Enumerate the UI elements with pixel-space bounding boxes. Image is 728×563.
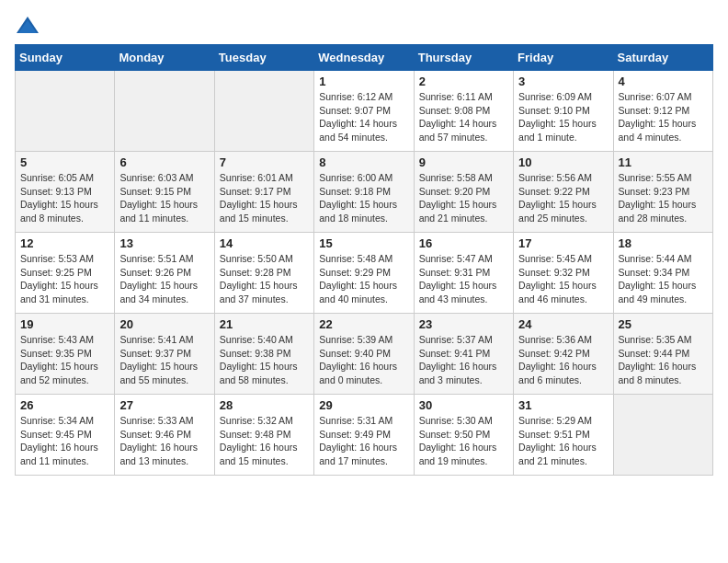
day-info: Sunrise: 5:50 AM Sunset: 9:28 PM Dayligh… (220, 252, 309, 306)
day-number: 9 (419, 155, 508, 169)
day-number: 22 (319, 317, 408, 331)
day-number: 2 (419, 75, 508, 88)
day-info: Sunrise: 6:07 AM Sunset: 9:12 PM Dayligh… (619, 90, 708, 144)
day-number: 26 (20, 398, 109, 412)
calendar-cell: 6Sunrise: 6:03 AM Sunset: 9:15 PM Daylig… (115, 152, 214, 233)
day-number: 19 (20, 317, 109, 331)
calendar-cell: 19Sunrise: 5:43 AM Sunset: 9:35 PM Dayli… (16, 314, 115, 395)
day-info: Sunrise: 5:40 AM Sunset: 9:38 PM Dayligh… (220, 333, 309, 387)
day-info: Sunrise: 5:55 AM Sunset: 9:23 PM Dayligh… (619, 171, 708, 225)
calendar-cell: 28Sunrise: 5:32 AM Sunset: 9:48 PM Dayli… (214, 395, 313, 476)
day-number: 29 (319, 398, 408, 412)
calendar-cell: 4Sunrise: 6:07 AM Sunset: 9:12 PM Daylig… (613, 71, 712, 152)
calendar-cell: 11Sunrise: 5:55 AM Sunset: 9:23 PM Dayli… (613, 152, 712, 233)
calendar-cell: 24Sunrise: 5:36 AM Sunset: 9:42 PM Dayli… (514, 314, 613, 395)
week-row-1: 1Sunrise: 6:12 AM Sunset: 9:07 PM Daylig… (16, 71, 713, 152)
calendar-cell: 13Sunrise: 5:51 AM Sunset: 9:26 PM Dayli… (115, 233, 214, 314)
calendar-cell (16, 71, 115, 152)
calendar-cell: 15Sunrise: 5:48 AM Sunset: 9:29 PM Dayli… (314, 233, 414, 314)
calendar-cell: 8Sunrise: 6:00 AM Sunset: 9:18 PM Daylig… (314, 152, 414, 233)
weekday-header-thursday: Thursday (414, 45, 513, 71)
calendar-cell: 27Sunrise: 5:33 AM Sunset: 9:46 PM Dayli… (115, 395, 214, 476)
calendar-cell: 29Sunrise: 5:31 AM Sunset: 9:49 PM Dayli… (314, 395, 414, 476)
day-info: Sunrise: 5:43 AM Sunset: 9:35 PM Dayligh… (20, 333, 109, 387)
weekday-header-saturday: Saturday (613, 45, 712, 71)
calendar-cell: 20Sunrise: 5:41 AM Sunset: 9:37 PM Dayli… (115, 314, 214, 395)
day-number: 21 (220, 317, 309, 331)
day-number: 4 (619, 75, 708, 88)
day-number: 31 (518, 398, 608, 412)
day-number: 13 (119, 236, 209, 250)
day-number: 24 (518, 317, 608, 331)
day-info: Sunrise: 5:35 AM Sunset: 9:44 PM Dayligh… (619, 333, 708, 387)
day-info: Sunrise: 6:00 AM Sunset: 9:18 PM Dayligh… (319, 171, 408, 225)
day-info: Sunrise: 5:48 AM Sunset: 9:29 PM Dayligh… (319, 252, 408, 306)
calendar-cell: 9Sunrise: 5:58 AM Sunset: 9:20 PM Daylig… (414, 152, 513, 233)
day-number: 12 (20, 236, 109, 250)
day-number: 8 (319, 155, 408, 169)
day-number: 20 (119, 317, 209, 331)
week-row-2: 5Sunrise: 6:05 AM Sunset: 9:13 PM Daylig… (16, 152, 713, 233)
day-number: 15 (319, 236, 408, 250)
day-number: 18 (619, 236, 708, 250)
calendar-cell (613, 395, 712, 476)
day-number: 5 (20, 155, 109, 169)
calendar-cell: 25Sunrise: 5:35 AM Sunset: 9:44 PM Dayli… (613, 314, 712, 395)
calendar-cell: 26Sunrise: 5:34 AM Sunset: 9:45 PM Dayli… (16, 395, 115, 476)
day-info: Sunrise: 5:56 AM Sunset: 9:22 PM Dayligh… (518, 171, 608, 225)
day-number: 10 (518, 155, 608, 169)
calendar-cell: 31Sunrise: 5:29 AM Sunset: 9:51 PM Dayli… (514, 395, 613, 476)
day-number: 3 (518, 75, 608, 88)
day-number: 6 (119, 155, 209, 169)
weekday-header-row: SundayMondayTuesdayWednesdayThursdayFrid… (16, 45, 713, 71)
day-info: Sunrise: 5:47 AM Sunset: 9:31 PM Dayligh… (419, 252, 508, 306)
day-info: Sunrise: 5:44 AM Sunset: 9:34 PM Dayligh… (619, 252, 708, 306)
day-number: 27 (119, 398, 209, 412)
day-info: Sunrise: 6:12 AM Sunset: 9:07 PM Dayligh… (319, 90, 408, 144)
calendar-cell: 22Sunrise: 5:39 AM Sunset: 9:40 PM Dayli… (314, 314, 414, 395)
calendar-cell: 30Sunrise: 5:30 AM Sunset: 9:50 PM Dayli… (414, 395, 513, 476)
calendar-cell: 21Sunrise: 5:40 AM Sunset: 9:38 PM Dayli… (214, 314, 313, 395)
weekday-header-friday: Friday (514, 45, 613, 71)
weekday-header-wednesday: Wednesday (314, 45, 414, 71)
weekday-header-sunday: Sunday (16, 45, 115, 71)
calendar-cell (115, 71, 214, 152)
day-info: Sunrise: 5:45 AM Sunset: 9:32 PM Dayligh… (518, 252, 608, 306)
day-info: Sunrise: 5:36 AM Sunset: 9:42 PM Dayligh… (518, 333, 608, 387)
week-row-3: 12Sunrise: 5:53 AM Sunset: 9:25 PM Dayli… (16, 233, 713, 314)
logo (15, 15, 44, 37)
day-number: 11 (619, 155, 708, 169)
calendar-cell: 17Sunrise: 5:45 AM Sunset: 9:32 PM Dayli… (514, 233, 613, 314)
week-row-4: 19Sunrise: 5:43 AM Sunset: 9:35 PM Dayli… (16, 314, 713, 395)
calendar-cell: 1Sunrise: 6:12 AM Sunset: 9:07 PM Daylig… (314, 71, 414, 152)
calendar-cell: 5Sunrise: 6:05 AM Sunset: 9:13 PM Daylig… (16, 152, 115, 233)
calendar-cell: 10Sunrise: 5:56 AM Sunset: 9:22 PM Dayli… (514, 152, 613, 233)
day-info: Sunrise: 6:01 AM Sunset: 9:17 PM Dayligh… (220, 171, 309, 225)
calendar-cell: 3Sunrise: 6:09 AM Sunset: 9:10 PM Daylig… (514, 71, 613, 152)
day-info: Sunrise: 5:51 AM Sunset: 9:26 PM Dayligh… (119, 252, 209, 306)
day-info: Sunrise: 5:31 AM Sunset: 9:49 PM Dayligh… (319, 414, 408, 468)
header (15, 15, 713, 37)
day-number: 25 (619, 317, 708, 331)
day-info: Sunrise: 6:09 AM Sunset: 9:10 PM Dayligh… (518, 90, 608, 144)
calendar-cell: 14Sunrise: 5:50 AM Sunset: 9:28 PM Dayli… (214, 233, 313, 314)
day-number: 23 (419, 317, 508, 331)
calendar-table: SundayMondayTuesdayWednesdayThursdayFrid… (15, 44, 713, 476)
day-info: Sunrise: 5:30 AM Sunset: 9:50 PM Dayligh… (419, 414, 508, 468)
generalblue-logo-icon (15, 15, 40, 37)
day-number: 14 (220, 236, 309, 250)
day-info: Sunrise: 6:11 AM Sunset: 9:08 PM Dayligh… (419, 90, 508, 144)
week-row-5: 26Sunrise: 5:34 AM Sunset: 9:45 PM Dayli… (16, 395, 713, 476)
day-info: Sunrise: 5:32 AM Sunset: 9:48 PM Dayligh… (220, 414, 309, 468)
calendar-cell: 7Sunrise: 6:01 AM Sunset: 9:17 PM Daylig… (214, 152, 313, 233)
day-number: 7 (220, 155, 309, 169)
day-info: Sunrise: 5:34 AM Sunset: 9:45 PM Dayligh… (20, 414, 109, 468)
day-info: Sunrise: 6:03 AM Sunset: 9:15 PM Dayligh… (119, 171, 209, 225)
day-info: Sunrise: 5:33 AM Sunset: 9:46 PM Dayligh… (119, 414, 209, 468)
day-info: Sunrise: 5:41 AM Sunset: 9:37 PM Dayligh… (119, 333, 209, 387)
calendar-cell: 18Sunrise: 5:44 AM Sunset: 9:34 PM Dayli… (613, 233, 712, 314)
day-number: 30 (419, 398, 508, 412)
weekday-header-monday: Monday (115, 45, 214, 71)
calendar-cell: 12Sunrise: 5:53 AM Sunset: 9:25 PM Dayli… (16, 233, 115, 314)
day-number: 28 (220, 398, 309, 412)
